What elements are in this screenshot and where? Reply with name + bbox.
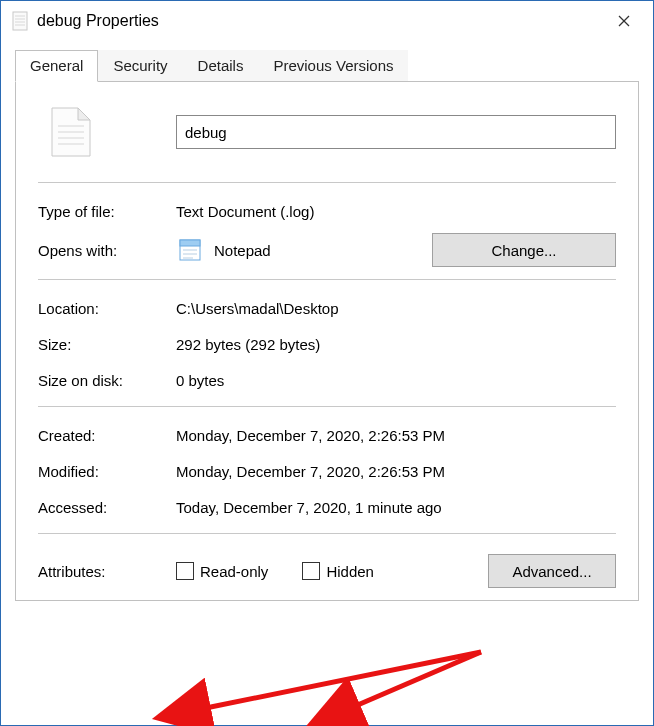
properties-window: debug Properties General Security Detail… [0, 0, 654, 726]
divider [38, 182, 616, 183]
checkbox-read-only-label: Read-only [200, 563, 268, 580]
label-opens-with: Opens with: [38, 242, 176, 259]
tab-details-label: Details [198, 57, 244, 74]
tab-security[interactable]: Security [98, 50, 182, 81]
close-button[interactable] [601, 6, 647, 36]
svg-marker-8 [78, 108, 90, 120]
divider [38, 533, 616, 534]
value-location: C:\Users\madal\Desktop [176, 300, 616, 317]
tab-general-label: General [30, 57, 83, 74]
svg-rect-14 [180, 240, 200, 246]
value-modified: Monday, December 7, 2020, 2:26:53 PM [176, 463, 616, 480]
label-size: Size: [38, 336, 176, 353]
tab-previous-versions-label: Previous Versions [273, 57, 393, 74]
checkbox-box-icon [302, 562, 320, 580]
value-size-on-disk: 0 bytes [176, 372, 616, 389]
file-type-icon [48, 104, 94, 160]
annotation-arrows [16, 82, 616, 726]
checkbox-box-icon [176, 562, 194, 580]
checkbox-hidden-label: Hidden [326, 563, 374, 580]
divider [38, 406, 616, 407]
content-area: General Security Details Previous Versio… [1, 41, 653, 725]
tab-strip: General Security Details Previous Versio… [15, 49, 639, 81]
value-created: Monday, December 7, 2020, 2:26:53 PM [176, 427, 616, 444]
label-size-on-disk: Size on disk: [38, 372, 176, 389]
svg-line-18 [196, 652, 481, 710]
label-created: Created: [38, 427, 176, 444]
label-modified: Modified: [38, 463, 176, 480]
tab-security-label: Security [113, 57, 167, 74]
change-button[interactable]: Change... [432, 233, 616, 267]
value-type-of-file: Text Document (.log) [176, 203, 616, 220]
svg-line-19 [346, 652, 481, 710]
advanced-button[interactable]: Advanced... [488, 554, 616, 588]
tab-previous-versions[interactable]: Previous Versions [258, 50, 408, 81]
value-opens-with: Notepad [214, 242, 432, 259]
svg-rect-0 [13, 12, 27, 30]
tab-general[interactable]: General [15, 50, 98, 82]
notepad-icon [176, 236, 204, 264]
titlebar: debug Properties [1, 1, 653, 41]
checkbox-hidden[interactable]: Hidden [302, 562, 374, 580]
file-icon [11, 10, 29, 32]
tab-details[interactable]: Details [183, 50, 259, 81]
window-title: debug Properties [37, 12, 601, 30]
checkbox-read-only[interactable]: Read-only [176, 562, 268, 580]
label-attributes: Attributes: [38, 563, 176, 580]
tab-panel-general: Type of file: Text Document (.log) Opens… [15, 81, 639, 601]
filename-input[interactable] [176, 115, 616, 149]
value-accessed: Today, December 7, 2020, 1 minute ago [176, 499, 616, 516]
label-type-of-file: Type of file: [38, 203, 176, 220]
label-accessed: Accessed: [38, 499, 176, 516]
label-location: Location: [38, 300, 176, 317]
divider [38, 279, 616, 280]
value-size: 292 bytes (292 bytes) [176, 336, 616, 353]
